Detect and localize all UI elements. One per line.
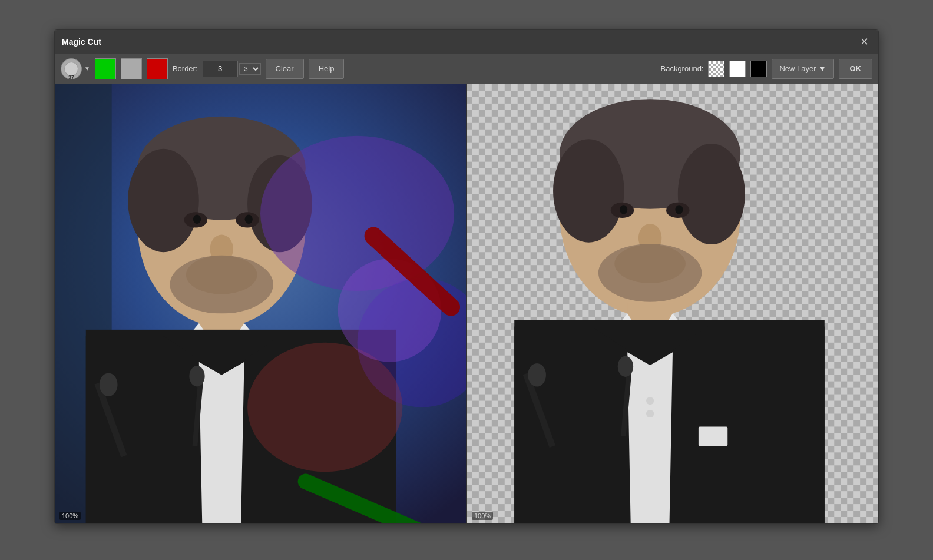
svg-point-37	[678, 144, 745, 244]
border-input[interactable]	[203, 61, 238, 77]
svg-point-23	[260, 136, 454, 291]
svg-point-8	[193, 215, 201, 224]
right-zoom-label: 100%	[472, 512, 493, 520]
svg-point-9	[245, 215, 253, 224]
background-label: Background:	[660, 64, 703, 73]
new-layer-dropdown-arrow[interactable]: ▼	[819, 64, 826, 73]
bg-swatch-black[interactable]	[750, 61, 767, 77]
svg-point-20	[100, 373, 118, 396]
bg-swatch-white[interactable]	[729, 61, 746, 77]
svg-point-54	[618, 356, 633, 377]
svg-point-41	[675, 205, 683, 214]
new-layer-group: New Layer ▼	[772, 59, 833, 79]
toolbar: 37 ▼ Border: 3 Clear Help Background: Ne…	[55, 54, 878, 84]
svg-point-57	[646, 410, 654, 417]
svg-marker-50	[627, 352, 673, 523]
ok-button[interactable]: OK	[839, 59, 873, 79]
svg-point-36	[553, 139, 624, 243]
left-image-svg	[55, 84, 466, 523]
svg-point-22	[189, 366, 204, 386]
svg-point-52	[528, 363, 546, 386]
svg-point-40	[620, 205, 627, 214]
window-title: Magic Cut	[62, 37, 101, 47]
brush-size-control: 37 ▼	[61, 58, 90, 79]
border-input-group: 3	[203, 61, 261, 77]
svg-point-44	[598, 244, 702, 302]
svg-point-56	[646, 397, 654, 405]
brush-size-label: 37	[68, 74, 74, 80]
left-image-panel[interactable]: 100%	[55, 84, 466, 523]
color-swatch-green[interactable]	[95, 58, 116, 79]
bg-swatch-checker[interactable]	[708, 61, 724, 77]
color-swatch-red[interactable]	[147, 58, 168, 79]
brush-circle[interactable]: 37	[61, 58, 82, 79]
clear-button[interactable]: Clear	[266, 59, 304, 79]
svg-rect-55	[699, 426, 727, 446]
brush-dropdown-arrow[interactable]: ▼	[84, 65, 90, 72]
border-label: Border:	[173, 64, 198, 73]
svg-point-12	[170, 256, 273, 314]
svg-point-25	[247, 343, 402, 472]
new-layer-button[interactable]: New Layer ▼	[772, 59, 833, 79]
svg-marker-49	[650, 326, 825, 523]
left-zoom-label: 100%	[59, 512, 81, 520]
right-image-svg	[467, 84, 878, 523]
close-button[interactable]: ✕	[857, 35, 871, 49]
border-dropdown[interactable]: 3	[239, 63, 261, 75]
right-image-panel[interactable]: 100%	[467, 84, 878, 523]
magic-cut-window: Magic Cut ✕ 37 ▼ Border: 3 Clear Help	[54, 29, 879, 524]
svg-marker-18	[199, 362, 244, 523]
title-bar: Magic Cut ✕	[55, 30, 878, 54]
svg-point-4	[128, 149, 199, 253]
color-swatch-gray[interactable]	[121, 58, 142, 79]
help-button[interactable]: Help	[309, 59, 345, 79]
canvas-area: 100%	[55, 84, 878, 523]
